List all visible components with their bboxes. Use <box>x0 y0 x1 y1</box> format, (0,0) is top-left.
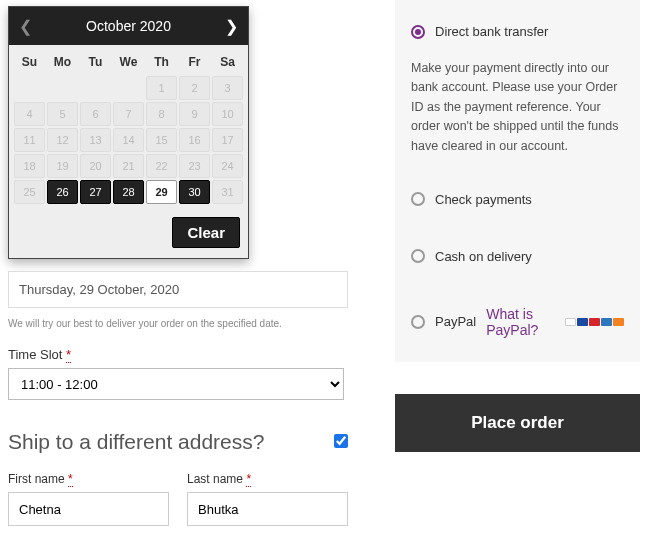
calendar-day: 23 <box>179 154 210 178</box>
calendar-dow: Mo <box>46 49 79 75</box>
calendar-day[interactable]: 29 <box>146 180 177 204</box>
calendar-day <box>47 76 78 100</box>
calendar-day[interactable]: 27 <box>80 180 111 204</box>
payment-option[interactable]: Check payments <box>411 186 624 213</box>
ship-different-heading: Ship to a different address? <box>8 430 264 454</box>
calendar-day: 11 <box>14 128 45 152</box>
first-name-label: First name * <box>8 472 169 486</box>
first-name-field[interactable] <box>8 492 169 526</box>
place-order-button[interactable]: Place order <box>395 394 640 452</box>
calendar-header: ❮ October 2020 ❯ <box>9 7 248 45</box>
next-month-icon[interactable]: ❯ <box>225 17 238 36</box>
calendar-dow: Tu <box>79 49 112 75</box>
radio-icon[interactable] <box>411 315 425 329</box>
date-hint: We will try our best to deliver your ord… <box>8 318 348 329</box>
calendar-day: 12 <box>47 128 78 152</box>
calendar-day: 3 <box>212 76 243 100</box>
calendar-day <box>113 76 144 100</box>
calendar-day: 14 <box>113 128 144 152</box>
calendar-day: 31 <box>212 180 243 204</box>
clear-button[interactable]: Clear <box>172 217 240 248</box>
calendar-day: 1 <box>146 76 177 100</box>
prev-month-icon: ❮ <box>19 17 32 36</box>
ship-different-checkbox[interactable] <box>334 434 348 448</box>
calendar-day[interactable]: 26 <box>47 180 78 204</box>
calendar-day[interactable]: 28 <box>113 180 144 204</box>
calendar-day: 9 <box>179 102 210 126</box>
paypal-help-link[interactable]: What is PayPal? <box>486 306 555 338</box>
calendar-dow: Fr <box>178 49 211 75</box>
payment-label: PayPal <box>435 314 476 329</box>
calendar-day: 15 <box>146 128 177 152</box>
calendar-day[interactable]: 30 <box>179 180 210 204</box>
calendar-day: 24 <box>212 154 243 178</box>
payment-option[interactable]: Cash on delivery <box>411 243 624 270</box>
calendar-day: 4 <box>14 102 45 126</box>
calendar-day: 10 <box>212 102 243 126</box>
calendar-title: October 2020 <box>86 18 171 34</box>
radio-icon[interactable] <box>411 249 425 263</box>
calendar-day: 17 <box>212 128 243 152</box>
payment-description: Make your payment directly into our bank… <box>411 59 624 156</box>
calendar-day: 2 <box>179 76 210 100</box>
calendar-day: 6 <box>80 102 111 126</box>
last-name-field[interactable] <box>187 492 348 526</box>
payment-option[interactable]: PayPal What is PayPal? <box>411 300 624 344</box>
payment-label: Cash on delivery <box>435 249 532 264</box>
timeslot-label: Time Slot * <box>8 347 348 362</box>
calendar-day: 20 <box>80 154 111 178</box>
payment-option[interactable]: Direct bank transfer <box>411 18 624 45</box>
calendar-day: 22 <box>146 154 177 178</box>
last-name-label: Last name * <box>187 472 348 486</box>
calendar-day: 25 <box>14 180 45 204</box>
calendar-day: 7 <box>113 102 144 126</box>
timeslot-select[interactable]: 11:00 - 12:00 <box>8 368 344 400</box>
calendar-day: 8 <box>146 102 177 126</box>
radio-icon[interactable] <box>411 25 425 39</box>
radio-icon[interactable] <box>411 192 425 206</box>
calendar-day <box>14 76 45 100</box>
calendar-day <box>80 76 111 100</box>
calendar-dow: Sa <box>211 49 244 75</box>
calendar-dow: We <box>112 49 145 75</box>
calendar-day: 5 <box>47 102 78 126</box>
calendar-day: 21 <box>113 154 144 178</box>
calendar-dow: Th <box>145 49 178 75</box>
calendar-day: 18 <box>14 154 45 178</box>
date-picker: ❮ October 2020 ❯ SuMoTuWeThFrSa 12345678… <box>8 6 249 259</box>
calendar-day: 16 <box>179 128 210 152</box>
calendar-grid: SuMoTuWeThFrSa 1234567891011121314151617… <box>9 45 248 211</box>
payment-label: Direct bank transfer <box>435 24 548 39</box>
calendar-day: 13 <box>80 128 111 152</box>
payment-label: Check payments <box>435 192 532 207</box>
selected-date-display: Thursday, 29 October, 2020 <box>8 271 348 308</box>
calendar-dow: Su <box>13 49 46 75</box>
card-icons <box>565 318 624 326</box>
payment-methods: Direct bank transferMake your payment di… <box>395 0 640 362</box>
calendar-day: 19 <box>47 154 78 178</box>
